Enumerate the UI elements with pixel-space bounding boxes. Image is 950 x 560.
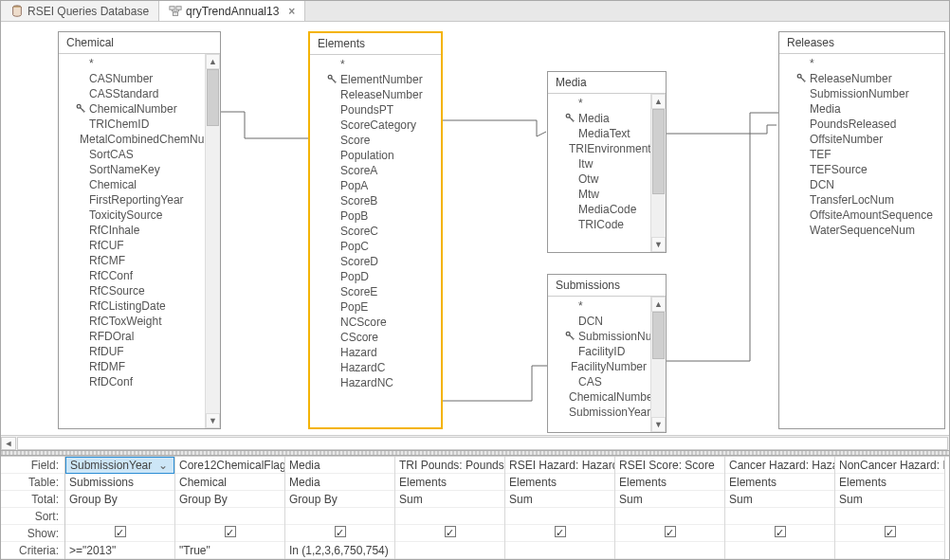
field-cell-selected[interactable]: SubmissionYear⌄	[65, 457, 174, 474]
field-row[interactable]: ElementNumber	[323, 72, 441, 87]
scroll-left-icon[interactable]: ◄	[1, 437, 16, 450]
field-row[interactable]: RFDOral	[72, 329, 205, 344]
scroll-thumb[interactable]	[652, 109, 665, 194]
sort-cell[interactable]	[175, 508, 284, 525]
field-row[interactable]: PoundsReleased	[793, 117, 944, 132]
field-row[interactable]: FacilityNumber	[561, 359, 650, 374]
scroll-track[interactable]	[17, 437, 948, 450]
checkbox[interactable]	[885, 526, 896, 537]
field-row[interactable]: ReleaseNumber	[323, 87, 441, 102]
chevron-down-icon[interactable]: ⌄	[156, 457, 170, 474]
total-cell[interactable]: Sum	[615, 491, 724, 508]
field-row[interactable]: RfCInhale	[72, 223, 205, 238]
checkbox[interactable]	[225, 526, 236, 537]
sort-cell[interactable]	[615, 508, 724, 525]
field-row[interactable]: TRIEnvironmenta	[561, 141, 650, 156]
show-cell[interactable]	[175, 525, 284, 542]
show-cell[interactable]	[835, 525, 944, 542]
field-row[interactable]: SortCAS	[72, 147, 205, 162]
field-cell[interactable]: RSEI Hazard: Hazard	[505, 457, 614, 474]
field-row[interactable]: SubmissionNumber	[793, 86, 944, 101]
field-row[interactable]: HazardNC	[323, 375, 441, 390]
field-row[interactable]: ReleaseNumber	[793, 71, 944, 86]
criteria-cell[interactable]: In (1,2,3,6,750,754)	[285, 542, 394, 559]
criteria-cell[interactable]: "True"	[175, 542, 284, 559]
field-list[interactable]: *MediaMediaTextTRIEnvironmentaItwOtwMtwM…	[548, 94, 650, 252]
field-row[interactable]: CScore	[323, 330, 441, 345]
checkbox[interactable]	[115, 526, 126, 537]
table-cell[interactable]: Media	[285, 474, 394, 491]
table-cell[interactable]: Elements	[395, 474, 504, 491]
show-cell[interactable]	[395, 525, 504, 542]
field-row[interactable]: CAS	[561, 374, 650, 389]
field-row[interactable]: MediaText	[561, 126, 650, 141]
field-row[interactable]: Itw	[561, 156, 650, 172]
checkbox[interactable]	[445, 526, 456, 537]
field-cell[interactable]: TRI Pounds: PoundsP	[395, 457, 504, 474]
checkbox[interactable]	[335, 526, 346, 537]
field-cell[interactable]: NonCancer Hazard: H	[835, 457, 944, 474]
criteria-cell[interactable]	[835, 542, 944, 559]
sort-cell[interactable]	[285, 508, 394, 525]
sort-cell[interactable]	[65, 508, 174, 525]
field-list[interactable]: *DCNSubmissionNumberFacilityIDFacilityNu…	[548, 297, 650, 432]
table-cell[interactable]: Elements	[835, 474, 944, 491]
criteria-cell[interactable]	[615, 542, 724, 559]
total-cell[interactable]: Group By	[175, 491, 284, 508]
field-row[interactable]: OffsiteNumber	[793, 132, 944, 147]
scroll-thumb[interactable]	[207, 69, 219, 126]
field-row[interactable]: ScoreC	[323, 224, 441, 239]
sort-cell[interactable]	[725, 508, 834, 525]
field-row[interactable]: TEF	[793, 147, 944, 162]
table-cell[interactable]: Elements	[615, 474, 724, 491]
show-cell[interactable]	[505, 525, 614, 542]
field-row[interactable]: TRICode	[561, 217, 650, 232]
field-cell[interactable]: RSEI Score: Score	[615, 457, 724, 474]
field-row[interactable]: SortNameKey	[72, 162, 205, 177]
scroll-up-icon[interactable]: ▲	[206, 54, 220, 69]
field-row[interactable]: ScoreD	[323, 254, 441, 269]
sort-cell[interactable]	[835, 508, 944, 525]
field-row[interactable]: TransferLocNum	[793, 192, 944, 208]
field-row[interactable]: SubmissionNumber	[561, 329, 650, 344]
table-cell[interactable]: Chemical	[175, 474, 284, 491]
field-row[interactable]: RfDUF	[72, 344, 205, 359]
field-list[interactable]: *ReleaseNumberSubmissionNumberMediaPound…	[779, 54, 944, 428]
sort-cell[interactable]	[395, 508, 504, 525]
table-cell[interactable]: Elements	[725, 474, 834, 491]
scroll-thumb[interactable]	[652, 312, 665, 359]
field-row[interactable]: *	[323, 57, 441, 72]
field-row[interactable]: TEFSource	[793, 162, 944, 177]
field-row[interactable]: ScoreCategory	[323, 117, 441, 133]
table-releases[interactable]: Releases *ReleaseNumberSubmissionNumberM…	[778, 31, 945, 429]
scroll-up-icon[interactable]: ▲	[651, 94, 666, 109]
field-row[interactable]: FacilityID	[561, 344, 650, 359]
field-row[interactable]: Score	[323, 133, 441, 148]
criteria-cell[interactable]	[505, 542, 614, 559]
field-row[interactable]: *	[72, 56, 205, 71]
field-cell[interactable]: Cancer Hazard: Hazar	[725, 457, 834, 474]
field-row[interactable]: RfCListingDate	[72, 298, 205, 314]
field-row[interactable]: CASNumber	[72, 71, 205, 86]
canvas-hscroll[interactable]: ◄	[1, 435, 949, 450]
field-row[interactable]: *	[561, 96, 650, 111]
field-row[interactable]: RfDConf	[72, 374, 205, 389]
tab-rsei-db[interactable]: RSEI Queries Database	[1, 1, 159, 21]
table-cell[interactable]: Elements	[505, 474, 614, 491]
field-cell[interactable]: Media	[285, 457, 394, 474]
field-row[interactable]: Chemical	[72, 177, 205, 192]
checkbox[interactable]	[665, 526, 676, 537]
total-cell[interactable]: Sum	[835, 491, 944, 508]
scroll-up-icon[interactable]: ▲	[651, 297, 666, 312]
field-row[interactable]: DCN	[793, 177, 944, 192]
scroll-down-icon[interactable]: ▼	[206, 413, 220, 428]
field-row[interactable]: PopA	[323, 178, 441, 193]
scroll-down-icon[interactable]: ▼	[651, 237, 666, 252]
field-row[interactable]: RfCSource	[72, 283, 205, 298]
field-row[interactable]: Hazard	[323, 345, 441, 360]
field-list[interactable]: *CASNumberCASStandardChemicalNumberTRICh…	[59, 54, 205, 428]
field-row[interactable]: Population	[323, 148, 441, 163]
field-row[interactable]: SubmissionYear	[561, 405, 650, 420]
field-row[interactable]: PopB	[323, 208, 441, 224]
field-row[interactable]: OffsiteAmountSequence	[793, 208, 944, 223]
